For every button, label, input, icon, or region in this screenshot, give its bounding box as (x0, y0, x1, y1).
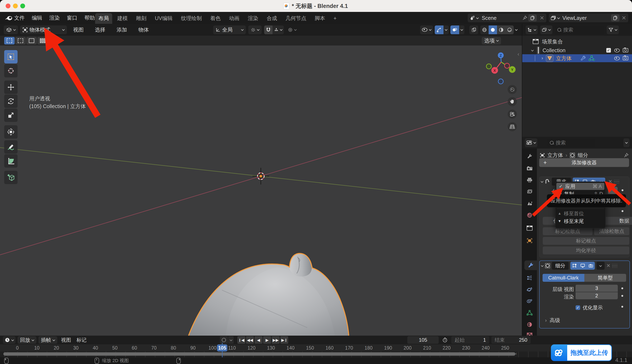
advanced-subpanel-toggle[interactable]: › 高级 (545, 317, 560, 324)
tool-cursor[interactable] (4, 64, 18, 78)
mark-loose-button[interactable]: 标记松散点 (543, 227, 592, 235)
workspace-tab-rendertab[interactable]: 渲染 (245, 13, 262, 24)
properties-options-dropdown[interactable] (623, 138, 629, 147)
drag-handle[interactable]: :::::::: (614, 180, 620, 184)
keying-menu[interactable]: 插帧 (39, 336, 57, 344)
tab-viewlayer[interactable] (525, 187, 534, 196)
expand-chevron-icon[interactable] (541, 264, 544, 267)
tool-rotate[interactable] (4, 94, 18, 108)
menu-window[interactable]: 窗口 (65, 14, 79, 21)
zoom-window-button[interactable] (20, 4, 25, 8)
menu-file[interactable]: 文件 (13, 14, 26, 21)
timeline-marker-menu[interactable]: 标记 (75, 337, 88, 343)
hide-eye-icon[interactable] (614, 48, 620, 52)
remove-viewlayer-button[interactable]: ✕ (619, 15, 628, 21)
viewport-menu-add[interactable]: 添加 (115, 26, 129, 33)
slider-fragment[interactable] (608, 187, 617, 194)
viewport-menu-view[interactable]: 视图 (72, 26, 85, 33)
frame-end-field[interactable]: 结束 250 (491, 336, 531, 344)
options-dropdown[interactable]: 选项 (482, 37, 501, 44)
timeline-ruler[interactable]: 0102030405060708090100110120130140150160… (0, 344, 632, 352)
tab-tool[interactable] (525, 152, 534, 161)
snap-toggle[interactable] (264, 26, 273, 34)
new-scene-button[interactable] (528, 14, 537, 22)
outliner-row-scene-collection[interactable]: 场景集合 (522, 38, 632, 46)
modifier-name-field[interactable]: 细分 (552, 262, 569, 270)
workspace-tab-geometrynodes[interactable]: 几何节点 (282, 13, 310, 24)
overlays-dropdown[interactable] (459, 26, 464, 34)
visibility-dropdown[interactable] (420, 26, 433, 34)
editor-type-dropdown[interactable] (4, 26, 18, 34)
disable-render-icon[interactable] (623, 48, 628, 52)
play-button[interactable]: ▶ (263, 336, 271, 344)
outliner-row-cube-selected[interactable]: › 立方体 (522, 54, 632, 62)
animate-dot[interactable] (621, 288, 623, 289)
menu-render[interactable]: 渲染 (48, 14, 61, 21)
add-modifier-button[interactable]: + 添加修改器 (539, 158, 629, 167)
mode-dropdown[interactable]: 物体模式 (20, 26, 67, 34)
optimal-display-row[interactable]: ✓ 优化显示 (576, 304, 603, 311)
shading-material-button[interactable] (497, 26, 505, 34)
workspace-tab-sculpt[interactable]: 雕刻 (133, 13, 150, 24)
subsurf-modifier-header[interactable]: 细分 ✕ :::::::: (540, 261, 629, 270)
current-frame-marker[interactable]: 105 (217, 344, 227, 352)
orthographic-toggle-button[interactable] (508, 122, 517, 131)
expand-chevron-icon[interactable] (541, 180, 543, 183)
gizmo-neg-x-axis[interactable] (505, 63, 510, 68)
tab-collection-props[interactable] (525, 223, 534, 233)
play-reverse-button[interactable]: ◀ (255, 336, 263, 344)
simple-button[interactable]: 简单型 (584, 274, 626, 282)
properties-search-input[interactable]: 搜索 (547, 138, 595, 147)
new-viewlayer-button[interactable] (611, 14, 619, 22)
menu-help[interactable]: 帮助 (83, 14, 97, 21)
animate-dot[interactable] (621, 210, 623, 212)
modifier-extras-dropdown[interactable] (596, 262, 605, 270)
auto-keying-dropdown[interactable] (228, 336, 234, 344)
snap-dropdown[interactable] (273, 26, 284, 34)
workspace-tab-texturepaint[interactable]: 纹理绘制 (178, 13, 205, 24)
frame-start-field[interactable]: 起始 1 (451, 336, 489, 344)
shading-solid-button[interactable] (489, 26, 497, 34)
pivot-point-dropdown[interactable] (248, 26, 262, 34)
mark-root-button[interactable]: 标记根点 (543, 237, 629, 245)
animate-dot[interactable] (621, 189, 623, 191)
tab-object[interactable] (525, 236, 534, 246)
outliner-display-mode-dropdown[interactable] (526, 26, 538, 34)
tab-physics[interactable] (525, 285, 534, 294)
upload-overlay-button[interactable]: 拖拽至此上传 (551, 344, 612, 361)
timeline-tick-strip[interactable]: ‹ (0, 352, 632, 357)
transform-orientation-dropdown[interactable]: 全局 (213, 26, 246, 34)
viewlayer-name[interactable]: ViewLayer (562, 15, 587, 21)
realtime-display-toggle[interactable] (578, 262, 587, 270)
tab-output[interactable] (525, 175, 534, 185)
menu-item-move-last[interactable]: ▼ 移至末尾 (555, 217, 605, 225)
workspace-tab-compositing[interactable]: 合成 (263, 13, 281, 24)
gizmo-neg-y-axis[interactable] (486, 64, 491, 69)
next-keyframe-button[interactable]: ▶▶ (272, 336, 280, 344)
shading-rendered-button[interactable] (505, 26, 514, 34)
viewport-3d[interactable]: 用户透视 (105) Collection | 立方体 Z X Y ‹ + (0, 46, 522, 336)
workspace-tab-modeling[interactable]: 建模 (114, 13, 131, 24)
timeline-scrollbar[interactable] (3, 352, 515, 356)
playback-menu[interactable]: 回放 (18, 336, 36, 344)
workspace-tab-uv[interactable]: UV编辑 (151, 13, 176, 24)
mesh-object[interactable] (188, 254, 349, 336)
breadcrumb-object[interactable]: 立方体 (547, 152, 563, 158)
select-mode-extend[interactable] (15, 37, 26, 44)
select-mode-invert[interactable] (37, 37, 48, 44)
workspace-tab-shading[interactable]: 着色 (207, 13, 224, 24)
current-frame-field[interactable]: 105 (407, 336, 439, 344)
viewport-menu-object[interactable]: 物体 (137, 26, 150, 33)
tool-add-cube[interactable] (4, 171, 18, 184)
minimize-window-button[interactable] (13, 4, 18, 8)
proportional-editing-dropdown[interactable] (286, 26, 298, 34)
prev-keyframe-button[interactable]: ◀◀ (246, 336, 254, 344)
workspace-tab-layout[interactable]: 布局 (95, 13, 112, 24)
tool-annotate[interactable] (4, 140, 18, 154)
optimal-display-checkbox[interactable]: ✓ (576, 305, 580, 310)
select-mode-set[interactable] (4, 37, 15, 44)
unlink-scene-button[interactable]: ✕ (538, 15, 546, 21)
animate-dot[interactable] (621, 295, 623, 297)
shading-dropdown[interactable] (514, 26, 519, 34)
tab-constraints[interactable] (525, 296, 534, 306)
